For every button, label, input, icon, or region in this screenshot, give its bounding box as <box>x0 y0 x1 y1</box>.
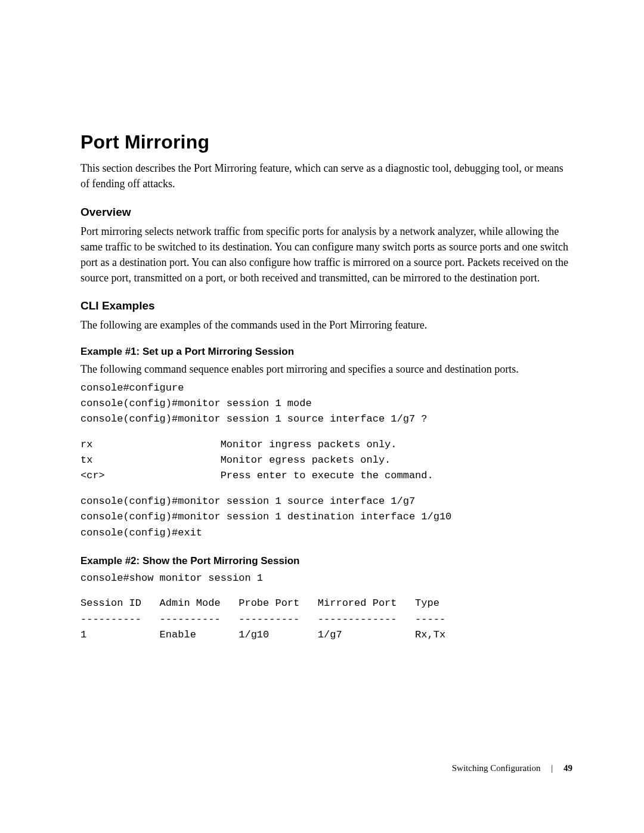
footer-section: Switching Configuration <box>452 763 541 773</box>
example2-heading: Example #2: Show the Port Mirroring Sess… <box>80 555 572 567</box>
footer-separator: | <box>551 763 553 773</box>
page-footer: Switching Configuration | 49 <box>452 763 572 773</box>
page: Port Mirroring This section describes th… <box>0 0 644 833</box>
intro-paragraph: This section describes the Port Mirrorin… <box>80 160 572 191</box>
overview-heading: Overview <box>80 206 572 219</box>
example1-code-block1: console#configure console(config)#monito… <box>80 380 572 428</box>
overview-text: Port mirroring selects network traffic f… <box>80 224 572 286</box>
page-title: Port Mirroring <box>80 131 572 153</box>
cli-heading: CLI Examples <box>80 299 572 312</box>
example1-heading: Example #1: Set up a Port Mirroring Sess… <box>80 346 572 358</box>
example2-table: Session ID Admin Mode Probe Port Mirrore… <box>80 596 572 643</box>
example1-code-block2: rx Monitor ingress packets only. tx Moni… <box>80 437 572 484</box>
footer-page-number: 49 <box>564 763 572 773</box>
cli-lead: The following are examples of the comman… <box>80 317 572 333</box>
example1-lead: The following command sequence enables p… <box>80 361 572 377</box>
example2-command: console#show monitor session 1 <box>80 571 572 586</box>
example1-code-block3: console(config)#monitor session 1 source… <box>80 494 572 541</box>
